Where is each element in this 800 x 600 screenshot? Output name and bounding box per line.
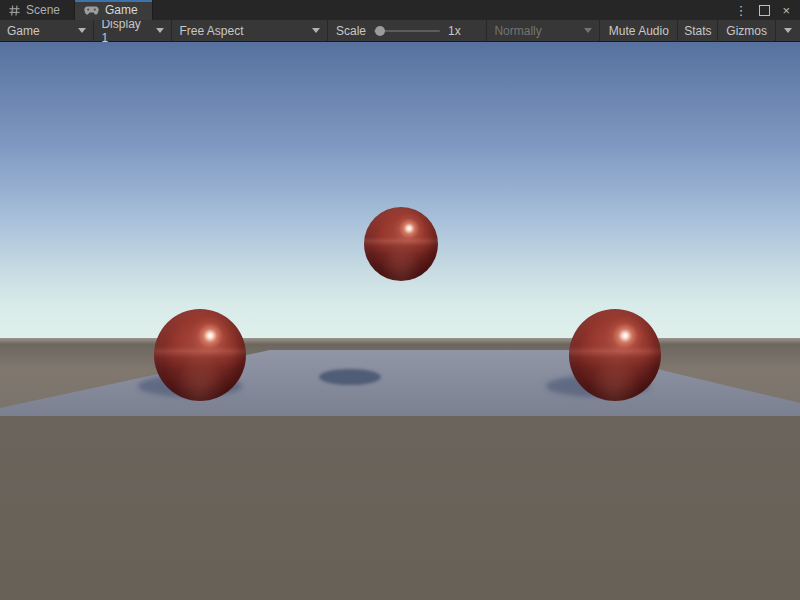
enter-play-mode-dropdown[interactable]: Normally (486, 20, 599, 41)
shadow-sphere-center (319, 369, 381, 385)
chevron-down-icon (78, 28, 86, 33)
gizmos-arrow-zone[interactable] (775, 20, 800, 41)
stats-button[interactable]: Stats (677, 20, 717, 41)
display-label: Display 1 (101, 17, 150, 45)
active-tab-accent-bar (75, 0, 152, 2)
chevron-down-icon (312, 28, 320, 33)
tab-scene[interactable]: Scene (0, 0, 75, 20)
window-controls: ⋮ × (734, 0, 800, 20)
gizmos-dropdown[interactable]: Gizmos (717, 20, 800, 41)
mute-audio-label: Mute Audio (609, 24, 669, 38)
gizmos-label: Gizmos (726, 24, 767, 38)
chevron-down-icon (784, 28, 792, 33)
chevron-down-icon (156, 28, 164, 33)
scale-slider[interactable] (374, 26, 440, 36)
close-icon[interactable]: × (782, 4, 790, 17)
display-dropdown[interactable]: Display 1 (93, 20, 171, 41)
grid-icon (9, 5, 20, 16)
scale-slider-knob[interactable] (375, 26, 385, 36)
kebab-menu-icon[interactable]: ⋮ (734, 4, 747, 17)
aspect-ratio-label: Free Aspect (179, 24, 243, 38)
game-view-window: Scene Game ⋮ × Game Display 1 (0, 0, 800, 600)
enter-play-mode-label: Normally (494, 24, 541, 38)
tab-game-label: Game (105, 3, 138, 17)
tab-bar: Scene Game ⋮ × (0, 0, 800, 20)
tab-game[interactable]: Game (75, 0, 153, 20)
sphere-left (154, 309, 246, 401)
game-view-toolbar: Game Display 1 Free Aspect Scale 1x Norm… (0, 20, 800, 42)
scale-value: 1x (448, 24, 461, 38)
sphere-center (364, 207, 438, 281)
ground-plane-and-shadows (0, 42, 800, 600)
scale-label: Scale (336, 24, 366, 38)
gamepad-icon (84, 6, 99, 15)
scale-control: Scale 1x (327, 20, 486, 41)
stats-label: Stats (684, 24, 711, 38)
mute-audio-button[interactable]: Mute Audio (599, 20, 677, 41)
chevron-down-icon (584, 28, 592, 33)
maximize-icon[interactable] (759, 5, 770, 16)
sphere-right (569, 309, 661, 401)
game-viewport[interactable] (0, 42, 800, 600)
view-selector-dropdown[interactable]: Game (0, 20, 93, 41)
tab-scene-label: Scene (26, 3, 60, 17)
view-selector-label: Game (7, 24, 40, 38)
ground-plane (0, 350, 800, 416)
aspect-ratio-dropdown[interactable]: Free Aspect (171, 20, 327, 41)
